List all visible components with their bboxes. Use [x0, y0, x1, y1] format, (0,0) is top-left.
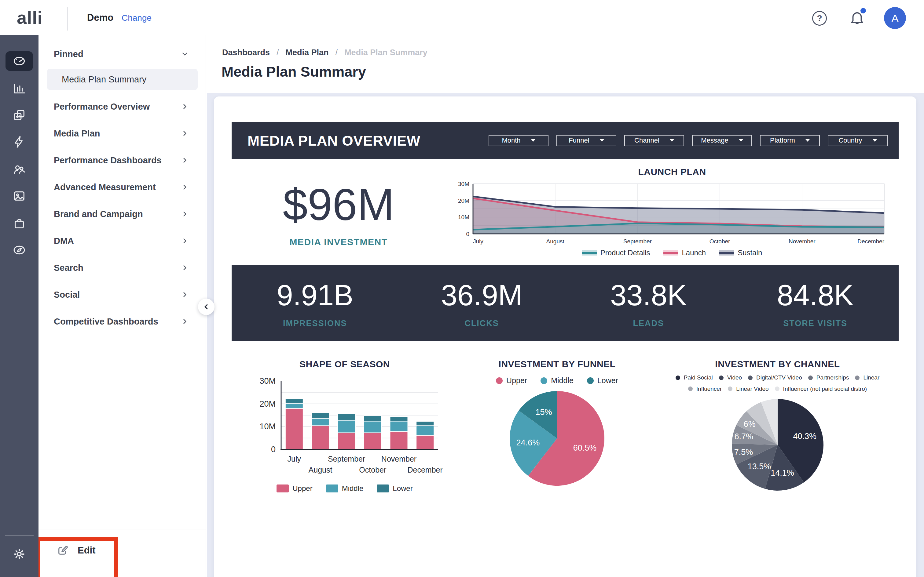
legend-item: Middle	[541, 376, 573, 385]
chevron-right-icon	[181, 264, 189, 272]
investment-by-channel-chart: INVESTMENT BY CHANNEL Paid SocialVideoDi…	[656, 359, 899, 495]
legend-item: Influencer	[688, 385, 722, 393]
kpi-leads: 33.8K LEADS	[565, 279, 732, 328]
sidebar-group-pinned[interactable]: Pinned	[39, 40, 206, 68]
rail-item-explore[interactable]	[5, 240, 33, 260]
chevron-right-icon	[181, 183, 189, 191]
alli-logo: alli	[17, 7, 43, 28]
charts-row: SHAPE OF SEASON JulyAugustSeptemberOctob…	[232, 359, 899, 495]
legend-item: Sustain	[719, 248, 762, 257]
kpi-impressions: 9.91B IMPRESSIONS	[232, 279, 399, 328]
svg-text:20M: 20M	[458, 198, 469, 204]
breadcrumb-current: Media Plan Summary	[344, 48, 428, 57]
caret-down-icon	[873, 139, 877, 142]
overview-title: MEDIA PLAN OVERVIEW	[247, 132, 420, 149]
analytics-bars-icon	[12, 81, 26, 95]
shape-of-season-bar-chart: JulyAugustSeptemberOctoberNovemberDecemb…	[247, 377, 443, 481]
svg-text:November: November	[381, 455, 417, 463]
chevron-down-icon	[181, 50, 189, 58]
filter-funnel[interactable]: Funnel	[556, 135, 616, 146]
sidebar-item-competitive-dashboards[interactable]: Competitive Dashboards	[39, 308, 206, 335]
channel-pie-chart: 40.3%14.1%13.5%7.5%6.7%6%	[729, 396, 827, 494]
filter-platform[interactable]: Platform	[760, 135, 820, 146]
svg-text:60.5%: 60.5%	[573, 443, 597, 453]
rail-item-creative[interactable]	[5, 186, 33, 206]
svg-text:30M: 30M	[458, 181, 469, 187]
breadcrumb-dashboards[interactable]: Dashboards	[222, 48, 270, 57]
sidebar-item-media-plan-summary[interactable]: Media Plan Summary	[47, 69, 198, 90]
dashboard-gauge-icon	[12, 54, 26, 68]
investment-label: MEDIA INVESTMENT	[289, 237, 388, 247]
svg-text:14.1%: 14.1%	[771, 468, 794, 477]
sidebar-item-search[interactable]: Search	[39, 254, 206, 281]
workspace-name: Demo	[87, 12, 113, 23]
rail-divider	[5, 535, 34, 536]
svg-text:September: September	[623, 238, 652, 245]
audiences-people-icon	[12, 162, 26, 176]
legend-swatch	[855, 376, 859, 380]
filter-message[interactable]: Message	[692, 135, 752, 146]
legend-swatch	[675, 376, 680, 380]
caret-down-icon	[670, 139, 674, 142]
rail-item-settings[interactable]	[5, 544, 33, 564]
rail-item-analytics[interactable]	[5, 79, 33, 98]
collapse-chevron-left-icon	[202, 303, 210, 311]
filter-month[interactable]: Month	[489, 135, 548, 146]
svg-text:November: November	[788, 238, 815, 245]
kpi-clicks: 36.9M CLICKS	[399, 279, 565, 328]
sidebar-item-performance-dashboards[interactable]: Performance Dashboards	[39, 147, 206, 174]
sidebar-item-social[interactable]: Social	[39, 281, 206, 308]
plans-clipboard-icon	[12, 108, 26, 122]
filter-bar: Month Funnel Channel Message Platform Co…	[489, 135, 888, 146]
edit-button[interactable]: Edit	[56, 544, 95, 557]
legend-swatch	[719, 250, 734, 256]
legend-item: Lower	[377, 484, 412, 493]
sidebar-item-dma[interactable]: DMA	[39, 227, 206, 254]
svg-text:6%: 6%	[743, 420, 755, 429]
caret-down-icon	[805, 139, 810, 142]
funnel-pie-chart: 60.5%24.6%15%	[507, 388, 607, 489]
rail-item-activation[interactable]	[5, 132, 33, 152]
sidebar-item-performance-overview[interactable]: Performance Overview	[39, 93, 206, 120]
launch-plan-title: LAUNCH PLAN	[638, 167, 706, 177]
legend-swatch	[496, 377, 502, 384]
chevron-right-icon	[181, 210, 189, 218]
legend-swatch	[582, 250, 597, 256]
dashboard-card: MEDIA PLAN OVERVIEW Month Funnel Channel…	[214, 97, 916, 577]
filter-channel[interactable]: Channel	[624, 135, 684, 146]
kpi-band: 9.91B IMPRESSIONS 36.9M CLICKS 33.8K LEA…	[232, 265, 899, 341]
help-icon[interactable]: ?	[812, 11, 827, 26]
icon-rail	[0, 35, 39, 577]
legend-item: Upper	[276, 484, 312, 493]
svg-text:0: 0	[271, 445, 276, 454]
rail-item-commerce[interactable]	[5, 213, 33, 233]
rail-item-dashboards[interactable]	[5, 51, 33, 71]
rail-item-plans[interactable]	[5, 105, 33, 125]
investment-by-funnel-chart: INVESTMENT BY FUNNEL UpperMiddleLower 60…	[458, 359, 656, 495]
filter-country[interactable]: Country	[828, 135, 888, 146]
legend-item: Linear Video	[728, 385, 769, 393]
sidebar-item-media-plan[interactable]: Media Plan	[39, 120, 206, 147]
page-title: Media Plan Summary	[221, 63, 366, 80]
sidebar-item-advanced-measurement[interactable]: Advanced Measurement	[39, 174, 206, 201]
legend-item: Digital/CTV Video	[748, 374, 802, 382]
overview-header-band: MEDIA PLAN OVERVIEW Month Funnel Channel…	[232, 122, 899, 159]
shape-of-season-title: SHAPE OF SEASON	[299, 359, 390, 369]
legend-item: Linear	[855, 374, 879, 382]
svg-text:July: July	[288, 455, 301, 463]
channel-legend: Paid SocialVideoDigital/CTV VideoPartner…	[656, 374, 899, 393]
red-highlight-annotation	[36, 537, 118, 577]
svg-text:July: July	[473, 238, 483, 245]
svg-text:7.5%: 7.5%	[734, 448, 753, 457]
sidebar-item-brand-and-campaign[interactable]: Brand and Campaign	[39, 201, 206, 227]
launch-plan-area-chart: 010M20M30MJulyAugustSeptemberOctoberNove…	[455, 181, 889, 247]
legend-swatch	[728, 387, 732, 391]
sidebar-collapse-button[interactable]	[198, 298, 215, 315]
media-investment-stat: $96M MEDIA INVESTMENT	[232, 164, 446, 265]
rail-item-audiences[interactable]	[5, 160, 33, 179]
breadcrumb-media-plan[interactable]: Media Plan	[286, 48, 329, 57]
caret-down-icon	[739, 139, 743, 142]
change-workspace-link[interactable]: Change	[122, 13, 152, 23]
avatar[interactable]: A	[884, 7, 906, 29]
investment-by-funnel-title: INVESTMENT BY FUNNEL	[499, 359, 616, 369]
